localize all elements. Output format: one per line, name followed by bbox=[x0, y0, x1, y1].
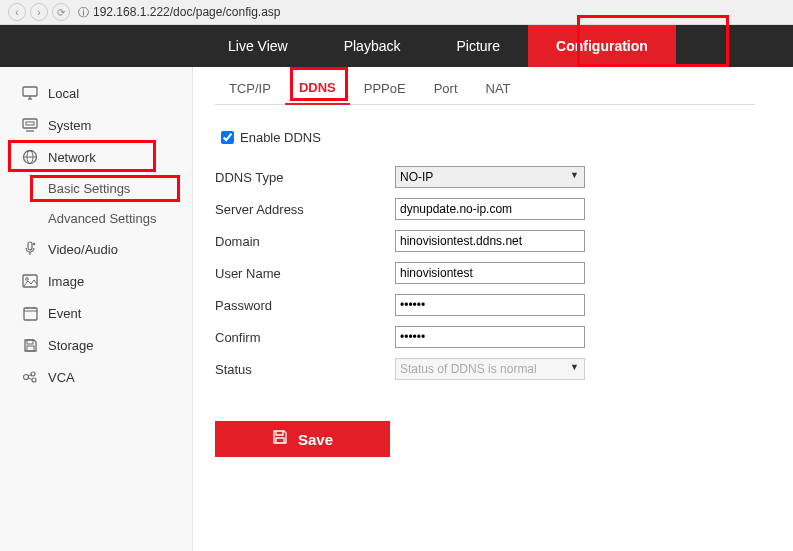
sidebar-item-label: Event bbox=[48, 306, 81, 321]
mic-icon bbox=[18, 241, 42, 257]
sidebar-item-network[interactable]: Network bbox=[0, 141, 192, 173]
sidebar-item-label: System bbox=[48, 118, 91, 133]
globe-icon bbox=[18, 149, 42, 165]
sidebar-item-image[interactable]: Image bbox=[0, 265, 192, 297]
sidebar-item-video-audio[interactable]: Video/Audio bbox=[0, 233, 192, 265]
svg-rect-19 bbox=[27, 346, 34, 351]
nav-picture[interactable]: Picture bbox=[428, 25, 528, 67]
save-button-label: Save bbox=[298, 431, 333, 448]
sidebar-item-storage[interactable]: Storage bbox=[0, 329, 192, 361]
disk-icon bbox=[272, 429, 288, 449]
save-icon bbox=[18, 338, 42, 353]
browser-address-bar: ‹ › ⟳ ⓘ 192.168.1.222/doc/page/config.as… bbox=[0, 0, 793, 25]
confirm-label: Confirm bbox=[215, 330, 395, 345]
svg-line-24 bbox=[28, 378, 32, 380]
sidebar-item-label: Image bbox=[48, 274, 84, 289]
svg-rect-14 bbox=[24, 308, 37, 320]
password-input[interactable] bbox=[395, 294, 585, 316]
monitor-icon bbox=[18, 86, 42, 100]
sidebar-item-label: Storage bbox=[48, 338, 94, 353]
svg-point-22 bbox=[32, 378, 36, 382]
sidebar-sub-basic-settings[interactable]: Basic Settings bbox=[0, 173, 192, 203]
sub-tabs: TCP/IP DDNS PPPoE Port NAT bbox=[215, 73, 755, 105]
url-text[interactable]: 192.168.1.222/doc/page/config.asp bbox=[93, 5, 281, 19]
svg-rect-9 bbox=[28, 242, 32, 250]
svg-point-11 bbox=[33, 243, 35, 245]
vca-icon bbox=[18, 370, 42, 384]
svg-line-23 bbox=[28, 375, 32, 377]
server-address-input[interactable] bbox=[395, 198, 585, 220]
status-display: Status of DDNS is normal bbox=[395, 358, 585, 380]
nav-live-view[interactable]: Live View bbox=[200, 25, 316, 67]
sidebar-item-label: Video/Audio bbox=[48, 242, 118, 257]
nav-configuration[interactable]: Configuration bbox=[528, 25, 676, 67]
ddns-type-select[interactable]: NO-IP bbox=[395, 166, 585, 188]
svg-rect-3 bbox=[23, 119, 37, 128]
forward-button[interactable]: › bbox=[30, 3, 48, 21]
tab-tcpip[interactable]: TCP/IP bbox=[215, 81, 285, 104]
sidebar-item-event[interactable]: Event bbox=[0, 297, 192, 329]
svg-rect-4 bbox=[26, 122, 34, 125]
sidebar-sub-advanced-settings[interactable]: Advanced Settings bbox=[0, 203, 192, 233]
save-button[interactable]: Save bbox=[215, 421, 390, 457]
enable-ddns-checkbox[interactable] bbox=[221, 131, 234, 144]
nav-playback[interactable]: Playback bbox=[316, 25, 429, 67]
password-label: Password bbox=[215, 298, 395, 313]
confirm-input[interactable] bbox=[395, 326, 585, 348]
svg-point-21 bbox=[31, 372, 35, 376]
svg-rect-0 bbox=[23, 87, 37, 96]
sidebar-item-label: Local bbox=[48, 86, 79, 101]
svg-point-13 bbox=[26, 278, 29, 281]
enable-ddns-label: Enable DDNS bbox=[240, 130, 321, 145]
status-label: Status bbox=[215, 362, 395, 377]
username-label: User Name bbox=[215, 266, 395, 281]
tab-nat[interactable]: NAT bbox=[472, 81, 525, 104]
tab-port[interactable]: Port bbox=[420, 81, 472, 104]
sidebar-item-local[interactable]: Local bbox=[0, 77, 192, 109]
back-button[interactable]: ‹ bbox=[8, 3, 26, 21]
domain-label: Domain bbox=[215, 234, 395, 249]
domain-input[interactable] bbox=[395, 230, 585, 252]
reload-button[interactable]: ⟳ bbox=[52, 3, 70, 21]
calendar-icon bbox=[18, 306, 42, 321]
tab-pppoe[interactable]: PPPoE bbox=[350, 81, 420, 104]
system-icon bbox=[18, 118, 42, 132]
sidebar-item-system[interactable]: System bbox=[0, 109, 192, 141]
sidebar-item-vca[interactable]: VCA bbox=[0, 361, 192, 393]
top-navigation: Live View Playback Picture Configuration bbox=[0, 25, 793, 67]
sidebar-item-label: Network bbox=[48, 150, 96, 165]
username-input[interactable] bbox=[395, 262, 585, 284]
image-icon bbox=[18, 274, 42, 288]
info-icon: ⓘ bbox=[78, 5, 89, 20]
ddns-form: Enable DDNS DDNS Type NO-IP Server Addre… bbox=[215, 123, 793, 457]
sidebar: Local System Network Basic Settings Adva… bbox=[0, 67, 193, 551]
server-address-label: Server Address bbox=[215, 202, 395, 217]
svg-point-20 bbox=[24, 375, 29, 380]
tab-ddns[interactable]: DDNS bbox=[285, 80, 350, 105]
content-area: TCP/IP DDNS PPPoE Port NAT Enable DDNS D… bbox=[193, 67, 793, 551]
sidebar-item-label: VCA bbox=[48, 370, 75, 385]
ddns-type-label: DDNS Type bbox=[215, 170, 395, 185]
